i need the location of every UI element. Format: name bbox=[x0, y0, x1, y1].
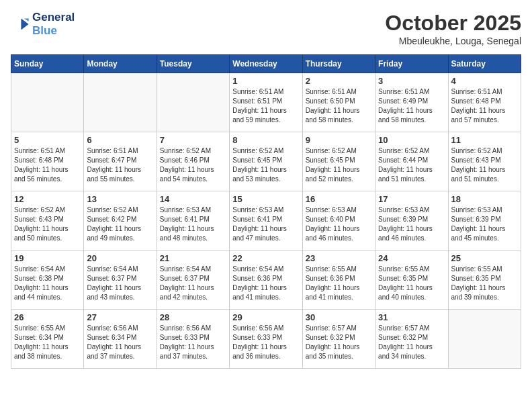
day-info: Sunrise: 6:53 AM Sunset: 6:39 PM Dayligh… bbox=[451, 205, 518, 243]
calendar-table: SundayMondayTuesdayWednesdayThursdayFrid… bbox=[11, 54, 521, 369]
calendar-week-row: 5Sunrise: 6:51 AM Sunset: 6:48 PM Daylig… bbox=[11, 132, 521, 191]
day-info: Sunrise: 6:53 AM Sunset: 6:39 PM Dayligh… bbox=[378, 205, 445, 243]
calendar-cell: 15Sunrise: 6:53 AM Sunset: 6:41 PM Dayli… bbox=[230, 191, 302, 250]
calendar-cell: 30Sunrise: 6:57 AM Sunset: 6:32 PM Dayli… bbox=[302, 310, 375, 369]
calendar-cell: 16Sunrise: 6:53 AM Sunset: 6:40 PM Dayli… bbox=[302, 191, 375, 250]
day-info: Sunrise: 6:52 AM Sunset: 6:42 PM Dayligh… bbox=[87, 205, 153, 243]
day-info: Sunrise: 6:51 AM Sunset: 6:48 PM Dayligh… bbox=[451, 87, 518, 125]
weekday-header-friday: Friday bbox=[375, 55, 448, 73]
calendar-cell bbox=[84, 73, 157, 132]
calendar-cell: 24Sunrise: 6:55 AM Sunset: 6:35 PM Dayli… bbox=[375, 250, 448, 310]
day-number: 21 bbox=[160, 253, 226, 263]
day-info: Sunrise: 6:56 AM Sunset: 6:33 PM Dayligh… bbox=[232, 324, 299, 361]
weekday-header-thursday: Thursday bbox=[302, 55, 375, 73]
day-number: 9 bbox=[306, 135, 372, 145]
day-number: 15 bbox=[232, 194, 299, 204]
calendar-cell: 4Sunrise: 6:51 AM Sunset: 6:48 PM Daylig… bbox=[448, 73, 521, 132]
calendar-week-row: 1Sunrise: 6:51 AM Sunset: 6:51 PM Daylig… bbox=[11, 73, 521, 132]
calendar-cell: 14Sunrise: 6:53 AM Sunset: 6:41 PM Dayli… bbox=[157, 191, 229, 250]
calendar-cell: 10Sunrise: 6:52 AM Sunset: 6:44 PM Dayli… bbox=[375, 132, 448, 191]
day-info: Sunrise: 6:51 AM Sunset: 6:49 PM Dayligh… bbox=[378, 87, 445, 125]
day-number: 24 bbox=[378, 253, 445, 263]
calendar-cell: 26Sunrise: 6:55 AM Sunset: 6:34 PM Dayli… bbox=[11, 310, 84, 369]
calendar-cell: 27Sunrise: 6:56 AM Sunset: 6:34 PM Dayli… bbox=[84, 310, 157, 369]
day-info: Sunrise: 6:52 AM Sunset: 6:44 PM Dayligh… bbox=[378, 146, 445, 184]
day-number: 14 bbox=[160, 194, 226, 204]
calendar-cell: 1Sunrise: 6:51 AM Sunset: 6:51 PM Daylig… bbox=[230, 73, 302, 132]
calendar-week-row: 26Sunrise: 6:55 AM Sunset: 6:34 PM Dayli… bbox=[11, 310, 521, 369]
day-info: Sunrise: 6:53 AM Sunset: 6:41 PM Dayligh… bbox=[232, 205, 299, 243]
weekday-header-sunday: Sunday bbox=[11, 55, 84, 73]
day-info: Sunrise: 6:51 AM Sunset: 6:50 PM Dayligh… bbox=[306, 87, 372, 125]
calendar-cell bbox=[11, 73, 84, 132]
day-number: 29 bbox=[232, 312, 299, 322]
calendar-cell: 18Sunrise: 6:53 AM Sunset: 6:39 PM Dayli… bbox=[448, 191, 521, 250]
day-info: Sunrise: 6:51 AM Sunset: 6:47 PM Dayligh… bbox=[87, 146, 153, 184]
day-info: Sunrise: 6:54 AM Sunset: 6:36 PM Dayligh… bbox=[232, 265, 299, 302]
calendar-cell: 11Sunrise: 6:52 AM Sunset: 6:43 PM Dayli… bbox=[448, 132, 521, 191]
day-info: Sunrise: 6:52 AM Sunset: 6:45 PM Dayligh… bbox=[306, 146, 372, 184]
calendar-week-row: 12Sunrise: 6:52 AM Sunset: 6:43 PM Dayli… bbox=[11, 191, 521, 250]
calendar-cell: 19Sunrise: 6:54 AM Sunset: 6:38 PM Dayli… bbox=[11, 250, 84, 310]
weekday-header-tuesday: Tuesday bbox=[157, 55, 229, 73]
day-info: Sunrise: 6:52 AM Sunset: 6:45 PM Dayligh… bbox=[232, 146, 299, 184]
day-number: 6 bbox=[87, 135, 153, 145]
day-number: 2 bbox=[306, 76, 372, 86]
day-number: 19 bbox=[14, 253, 81, 263]
day-number: 10 bbox=[378, 135, 445, 145]
day-info: Sunrise: 6:55 AM Sunset: 6:34 PM Dayligh… bbox=[14, 324, 81, 361]
logo-text: General Blue bbox=[32, 11, 75, 38]
weekday-header-wednesday: Wednesday bbox=[230, 55, 302, 73]
calendar-cell: 3Sunrise: 6:51 AM Sunset: 6:49 PM Daylig… bbox=[375, 73, 448, 132]
day-number: 26 bbox=[14, 312, 81, 322]
calendar-cell: 21Sunrise: 6:54 AM Sunset: 6:37 PM Dayli… bbox=[157, 250, 229, 310]
calendar-cell: 9Sunrise: 6:52 AM Sunset: 6:45 PM Daylig… bbox=[302, 132, 375, 191]
calendar-cell: 17Sunrise: 6:53 AM Sunset: 6:39 PM Dayli… bbox=[375, 191, 448, 250]
day-number: 5 bbox=[14, 135, 81, 145]
day-info: Sunrise: 6:56 AM Sunset: 6:33 PM Dayligh… bbox=[160, 324, 226, 361]
day-info: Sunrise: 6:55 AM Sunset: 6:35 PM Dayligh… bbox=[451, 265, 518, 302]
day-number: 8 bbox=[232, 135, 299, 145]
calendar-header-row: SundayMondayTuesdayWednesdayThursdayFrid… bbox=[11, 55, 521, 73]
day-number: 20 bbox=[87, 253, 153, 263]
calendar-cell: 31Sunrise: 6:57 AM Sunset: 6:32 PM Dayli… bbox=[375, 310, 448, 369]
calendar-cell: 8Sunrise: 6:52 AM Sunset: 6:45 PM Daylig… bbox=[230, 132, 302, 191]
day-number: 27 bbox=[87, 312, 153, 322]
day-number: 30 bbox=[306, 312, 372, 322]
day-number: 1 bbox=[232, 76, 299, 86]
logo-icon bbox=[11, 15, 30, 34]
calendar-cell bbox=[448, 310, 521, 369]
day-info: Sunrise: 6:53 AM Sunset: 6:40 PM Dayligh… bbox=[306, 205, 372, 243]
day-info: Sunrise: 6:57 AM Sunset: 6:32 PM Dayligh… bbox=[306, 324, 372, 361]
day-number: 28 bbox=[160, 312, 226, 322]
day-number: 13 bbox=[87, 194, 153, 204]
calendar-cell: 28Sunrise: 6:56 AM Sunset: 6:33 PM Dayli… bbox=[157, 310, 229, 369]
day-number: 12 bbox=[14, 194, 81, 204]
day-info: Sunrise: 6:51 AM Sunset: 6:48 PM Dayligh… bbox=[14, 146, 81, 184]
day-number: 17 bbox=[378, 194, 445, 204]
page-header: General Blue October 2025 Mbeuleukhe, Lo… bbox=[11, 11, 521, 46]
calendar-cell: 29Sunrise: 6:56 AM Sunset: 6:33 PM Dayli… bbox=[230, 310, 302, 369]
calendar-cell: 22Sunrise: 6:54 AM Sunset: 6:36 PM Dayli… bbox=[230, 250, 302, 310]
day-number: 22 bbox=[232, 253, 299, 263]
day-info: Sunrise: 6:52 AM Sunset: 6:46 PM Dayligh… bbox=[160, 146, 226, 184]
day-number: 18 bbox=[451, 194, 518, 204]
calendar-cell: 2Sunrise: 6:51 AM Sunset: 6:50 PM Daylig… bbox=[302, 73, 375, 132]
day-info: Sunrise: 6:57 AM Sunset: 6:32 PM Dayligh… bbox=[378, 324, 445, 361]
day-number: 23 bbox=[306, 253, 372, 263]
calendar-cell: 6Sunrise: 6:51 AM Sunset: 6:47 PM Daylig… bbox=[84, 132, 157, 191]
day-info: Sunrise: 6:54 AM Sunset: 6:37 PM Dayligh… bbox=[87, 265, 153, 302]
calendar-cell: 7Sunrise: 6:52 AM Sunset: 6:46 PM Daylig… bbox=[157, 132, 229, 191]
day-info: Sunrise: 6:55 AM Sunset: 6:35 PM Dayligh… bbox=[378, 265, 445, 302]
calendar-cell: 23Sunrise: 6:55 AM Sunset: 6:36 PM Dayli… bbox=[302, 250, 375, 310]
day-number: 31 bbox=[378, 312, 445, 322]
calendar-cell: 5Sunrise: 6:51 AM Sunset: 6:48 PM Daylig… bbox=[11, 132, 84, 191]
month-title: October 2025 bbox=[385, 11, 521, 36]
day-info: Sunrise: 6:52 AM Sunset: 6:43 PM Dayligh… bbox=[451, 146, 518, 184]
day-info: Sunrise: 6:51 AM Sunset: 6:51 PM Dayligh… bbox=[232, 87, 299, 125]
calendar-cell: 25Sunrise: 6:55 AM Sunset: 6:35 PM Dayli… bbox=[448, 250, 521, 310]
day-number: 3 bbox=[378, 76, 445, 86]
day-info: Sunrise: 6:55 AM Sunset: 6:36 PM Dayligh… bbox=[306, 265, 372, 302]
weekday-header-saturday: Saturday bbox=[448, 55, 521, 73]
day-info: Sunrise: 6:52 AM Sunset: 6:43 PM Dayligh… bbox=[14, 205, 81, 243]
